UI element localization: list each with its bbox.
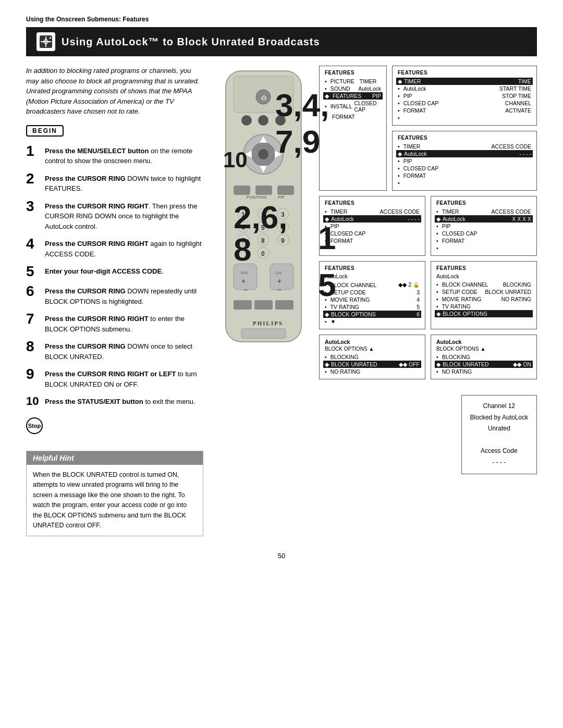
step-bold-7: Press the CURSOR RING RIGHT (45, 315, 149, 323)
svg-point-8 (258, 115, 268, 126)
step-8: 8 Press the CURSOR RING DOWN once to sel… (26, 339, 203, 362)
menu-item: • FORMAT (436, 237, 531, 244)
menu-item: • BLOCK CHANNEL ◆◆ 2 🔒 (325, 281, 420, 289)
screen-mid-left: FEATURES • TIMER ACCESS CODE ◆ AutoLock … (319, 196, 425, 256)
channel-line1: Channel 12 (470, 401, 528, 412)
remote-area: ⏻ 1 (214, 66, 313, 474)
screen-title: FEATURES (398, 70, 531, 76)
screen-panels: FEATURES • PICTURE TIMER • SOUND AutoLoc… (319, 66, 537, 474)
menu-item: • MOVIE RATING 4 (325, 296, 420, 303)
screen-row-4: AutoLock BLOCK OPTIONS ▲ • BLOCKING ◆ BL… (319, 335, 537, 379)
page-number: 50 (26, 552, 537, 560)
screen-row-1: FEATURES • PICTURE TIMER • SOUND AutoLoc… (319, 66, 537, 191)
screen-top-right-2: FEATURES • TIMER ACCESS CODE ◆ AutoLock … (392, 131, 537, 191)
step-text-5: Enter your four-digit ACCESS CODE. (45, 264, 164, 277)
step-text-9: Press the CURSOR RING RIGHT or LEFT to t… (45, 367, 203, 389)
step-5: 5 Enter your four-digit ACCESS CODE. (26, 264, 203, 279)
step-text-1: Press the MENU/SELECT but­ton on the rem… (45, 144, 203, 166)
screen-row-2: FEATURES • TIMER ACCESS CODE ◆ AutoLock … (319, 196, 537, 256)
left-column: In addition to blocking rated programs o… (26, 66, 203, 536)
menu-item: • FORMAT (325, 237, 420, 244)
step-num-10: 10 (26, 394, 40, 407)
step-text-8: Press the CURSOR RING DOWN once to selec… (45, 339, 203, 362)
channel-blocked-container: Channel 12 Blocked by AutoLock Unrated A… (319, 390, 537, 474)
svg-point-14 (258, 149, 268, 159)
step-text-6: Press the CURSOR RING DOWN repeatedly un… (45, 284, 203, 306)
step-bold-4: Press the CURSOR RING RIGHT (45, 240, 149, 248)
menu-item: • PIP (398, 157, 531, 165)
svg-rect-50 (234, 300, 252, 310)
menu-item: • (398, 114, 531, 121)
screen-bot-right-2: AutoLock BLOCK OPTIONS ▲ • BLOCKING ◆ BL… (431, 335, 537, 379)
step-bold-10: Press the STATUS/EXIT button (45, 398, 143, 405)
menu-item-selected: ◆ FEATURES PIP (323, 92, 383, 100)
step-bold-9: Press the CURSOR RING RIGHT or LEFT (45, 370, 176, 378)
step-num-2: 2 (26, 171, 40, 186)
step-10: 10 Press the STATUS/EXIT button to exit … (26, 394, 203, 407)
step-text-3: Press the CURSOR RING RIGHT. Then press … (45, 199, 203, 232)
menu-item: • FORMAT (398, 172, 531, 179)
screen-subtitle: AutoLock (325, 273, 420, 279)
menu-item: • ▼ (325, 318, 420, 325)
screen-title: AutoLock (325, 339, 420, 345)
svg-rect-54 (241, 329, 286, 338)
step-bold-3: Press the CURSOR RING RIGHT (45, 202, 149, 210)
menu-item: • BLOCK CHANNEL BLOCKING (436, 281, 531, 288)
top-right-screens: FEATURES ◆ TIMER TIME • AutoLock START T… (392, 66, 537, 191)
menu-item: • PIP (436, 223, 531, 230)
svg-rect-21 (277, 186, 294, 195)
menu-item: ◆ AutoLock - - - - (396, 150, 533, 157)
screen-subtitle: AutoLock (436, 273, 531, 279)
svg-text:CH: CH (275, 270, 282, 275)
menu-item: • SETUP CODE 3 (325, 289, 420, 296)
screen-bot-left-1: FEATURES AutoLock • BLOCK CHANNEL ◆◆ 2 🔒… (319, 261, 425, 329)
svg-text:5: 5 (261, 224, 265, 231)
svg-rect-52 (275, 300, 293, 310)
intro-text: In addition to blocking rated programs o… (26, 66, 203, 117)
step-num-1: 1 (26, 144, 40, 158)
menu-item: • AutoLock START TIME (398, 85, 531, 92)
menu-item: • CLOSED CAP CHANNEL (398, 100, 531, 107)
helpful-hint-box: Helpful Hint When the BLOCK UNRATED cont… (26, 451, 203, 536)
menu-item: • FORMAT ACTIVATE (398, 107, 531, 114)
channel-line5: - - - - (470, 457, 528, 468)
step-text-2: Press the CURSOR RING DOWN twice to high… (45, 171, 203, 194)
menu-item: • CLOSED CAP (436, 230, 531, 237)
page-title: Using AutoLock™ to Block Unrated Broadca… (62, 36, 320, 48)
screen-top-left: FEATURES • PICTURE TIMER • SOUND AutoLoc… (319, 66, 387, 191)
svg-text:−: − (277, 286, 282, 294)
channel-line3: Unrated (470, 423, 528, 435)
menu-item: • (436, 244, 531, 252)
step-text-7: Press the CURSOR RING RIGHT to enter the… (45, 312, 203, 334)
screen-title: FEATURES (325, 200, 420, 206)
svg-point-7 (241, 115, 252, 126)
menu-item: • MOVIE RATING NO RATING (436, 295, 531, 303)
page: Using the Onscreen Submenus: Features Us… (0, 0, 563, 728)
svg-rect-51 (254, 300, 273, 310)
menu-item: • CLOSED CAP (325, 230, 420, 237)
menu-item: ◆ BLOCK OPTIONS (435, 310, 533, 317)
menu-item: ◆ BLOCK UNRATED ◆◆ ON (435, 361, 533, 368)
svg-text:6: 6 (281, 224, 285, 231)
menu-item: ◆ BLOCK UNRATED ◆◆ OFF (323, 361, 421, 368)
menu-item: • (325, 244, 420, 252)
stop-badge: Stop (26, 417, 43, 434)
helpful-hint-title: Helpful Hint (27, 451, 203, 465)
svg-rect-19 (234, 186, 250, 195)
screen-title: FEATURES (325, 265, 420, 271)
step-6: 6 Press the CURSOR RING DOWN repeatedly … (26, 284, 203, 306)
step-text-10: Press the STATUS/EXIT button to exit the… (45, 394, 195, 407)
svg-rect-20 (255, 186, 272, 195)
main-content: In addition to blocking rated programs o… (26, 66, 537, 536)
menu-item: • PICTURE TIMER (325, 78, 381, 85)
menu-item: ◆ AutoLock X X X X (435, 215, 533, 223)
svg-text:+: + (241, 277, 246, 285)
screen-title: FEATURES (436, 265, 531, 271)
svg-point-9 (275, 115, 286, 126)
menu-item: • TIMER ACCESS CODE (436, 208, 531, 215)
steps-list: 1 Press the MENU/SELECT but­ton on the r… (26, 144, 203, 408)
menu-item: • INSTALL CLOSED CAP (325, 100, 381, 113)
screen-subtitle: BLOCK OPTIONS ▲ (436, 346, 531, 352)
svg-text:9: 9 (281, 237, 285, 244)
step-text-4: Press the CURSOR RING RIGHT again to hig… (45, 237, 203, 259)
